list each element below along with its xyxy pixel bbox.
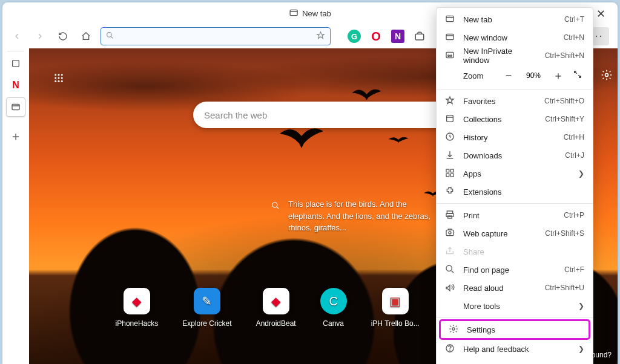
favorite-star-icon[interactable] [316,31,325,42]
chevron-right-icon: ❯ [578,302,584,310]
ntp-settings-icon[interactable] [601,69,613,84]
svg-point-15 [272,203,277,207]
svg-point-35 [450,350,450,351]
quicklink-label: iPH Trello Bo... [371,319,420,328]
back-button[interactable] [8,28,25,45]
svg-point-9 [58,77,60,79]
menu-item-collections[interactable]: Collections Ctrl+Shift+Y [437,110,593,128]
quicklink-0[interactable]: ◆ iPhoneHacks [116,288,159,328]
search-icon [106,31,114,41]
vtab-add-button[interactable]: ＋ [6,126,25,146]
svg-rect-23 [446,169,449,172]
zoom-label: Zoom [463,71,483,80]
quicklink-tile: ◆ [124,288,150,314]
zoom-in-button[interactable]: ＋ [552,68,565,83]
download-icon [445,150,455,161]
apps-icon [445,168,455,180]
quicklink-label: iPhoneHacks [116,319,159,328]
menu-shortcut: Ctrl+J [565,151,584,160]
menu-item-label: History [463,133,555,142]
collections-icon [445,114,455,125]
menu-item-label: Collections [463,115,536,124]
fullscreen-button[interactable] [571,70,584,82]
tab-icon [445,14,455,25]
ntp-apps-icon[interactable] [53,73,64,86]
vtab-new-tab[interactable] [6,97,25,117]
ntp-search-box[interactable]: Search the web [193,102,453,128]
menu-item-label: Find on page [463,265,556,275]
vtab-collections[interactable] [6,54,25,73]
forward-button[interactable] [31,28,48,45]
svg-point-14 [605,74,608,77]
menu-item-new-inprivate-window[interactable]: New InPrivate window Ctrl+Shift+N [437,47,593,65]
print-icon [445,210,455,221]
menu-shortcut: Ctrl+Shift+O [544,97,584,105]
menu-shortcut: Ctrl+Shift+U [545,284,584,292]
home-button[interactable] [78,28,94,45]
find-icon [445,264,455,276]
menu-item-label: Apps [463,169,570,178]
svg-point-32 [446,265,452,271]
menu-item-find-on-page[interactable]: Find on page Ctrl+F [437,261,593,279]
quicklink-2[interactable]: ◆ AndroidBeat [256,288,296,328]
menu-item-web-capture[interactable]: Web capture Ctrl+Shift+S [437,224,593,242]
menu-item-label: Settings [467,325,581,334]
history-icon [445,132,455,143]
readaloud-icon [445,282,455,294]
menu-item-downloads[interactable]: Downloads Ctrl+J [437,146,593,164]
search-icon [271,200,280,234]
menu-item-history[interactable]: History Ctrl+H [437,128,593,146]
svg-point-1 [107,33,112,37]
quicklink-tile: C [320,288,347,314]
menu-shortcut: Ctrl+N [564,33,584,42]
menu-item-label: New tab [463,15,556,24]
settings-icon [449,324,458,336]
menu-item-help-and-feedback[interactable]: Help and feedback ❯ [437,340,593,358]
inprivate-icon [445,50,455,62]
settings-and-more-menu: New tab Ctrl+T New window Ctrl+N New InP… [436,7,593,364]
address-bar[interactable] [101,27,331,45]
capture-icon [445,228,455,239]
menu-item-apps[interactable]: Apps ❯ [437,164,593,183]
refresh-button[interactable] [54,28,71,45]
svg-rect-24 [450,169,453,172]
svg-point-10 [61,77,63,79]
quicklink-label: Explore Cricket [182,319,231,328]
vtab-netflix[interactable]: N [6,76,25,95]
menu-item-new-tab[interactable]: New tab Ctrl+T [437,10,593,28]
menu-item-read-aloud[interactable]: Read aloud Ctrl+Shift+U [437,279,593,297]
window-title-text: New tab [302,9,331,18]
menu-zoom-row: Zoom − 90% ＋ [437,65,593,86]
ntp-footer-text: ound? [592,351,612,359]
menu-item-print[interactable]: Print Ctrl+P [437,206,593,224]
chevron-right-icon: ❯ [578,345,584,353]
menu-item-new-window[interactable]: New window Ctrl+N [437,28,593,47]
quicklink-4[interactable]: ▣ iPH Trello Bo... [371,288,420,328]
address-input[interactable] [117,32,312,41]
svg-rect-0 [290,10,297,15]
menu-item-more-tools[interactable]: More tools ❯ [437,297,593,315]
quicklink-3[interactable]: C Canva [320,288,347,328]
svg-point-7 [61,74,63,76]
menu-item-close-microsoft-edge[interactable]: Close Microsoft Edge [437,358,593,364]
svg-point-19 [448,55,450,57]
quicklink-tile: ✎ [194,288,220,314]
extension-icon [445,186,455,198]
chevron-right-icon: ❯ [578,169,584,178]
extension-onenote-icon[interactable]: N [391,30,404,43]
star-icon [445,96,455,107]
menu-item-extensions[interactable]: Extensions [437,183,593,201]
menu-item-favorites[interactable]: Favorites Ctrl+Shift+O [437,92,593,110]
menu-item-settings[interactable]: Settings [440,320,589,339]
menu-shortcut: Ctrl+F [564,265,584,274]
quicklink-1[interactable]: ✎ Explore Cricket [182,288,231,328]
zoom-out-button[interactable]: − [502,70,515,82]
extension-generic-icon[interactable] [413,30,426,43]
extension-opera-icon[interactable]: O [369,30,383,43]
window-close-button[interactable]: ✕ [590,5,612,23]
extension-grammarly-icon[interactable]: G [348,30,361,43]
quicklink-tile: ▣ [382,288,409,314]
menu-shortcut: Ctrl+Shift+N [545,51,584,60]
menu-item-label: Read aloud [463,284,536,293]
svg-point-20 [450,55,452,57]
